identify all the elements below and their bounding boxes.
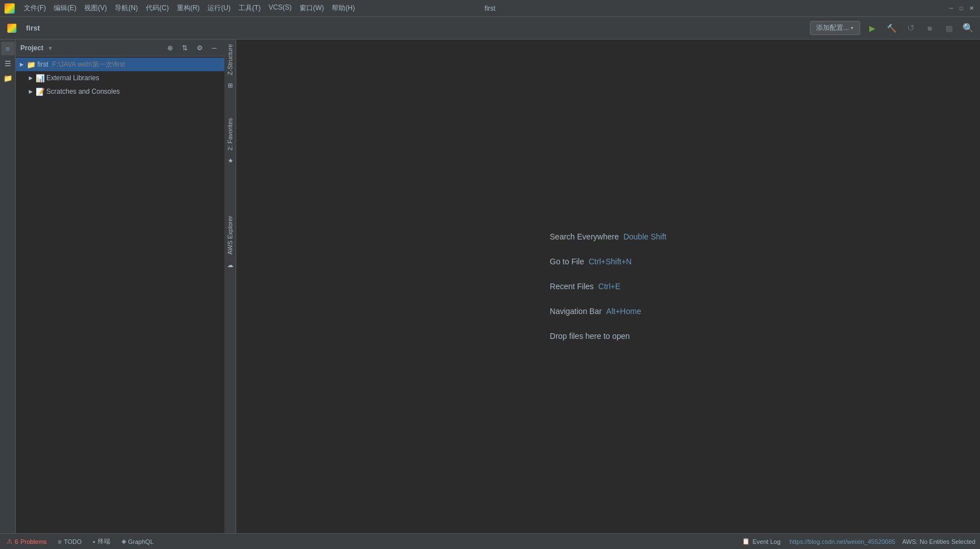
terminal-item[interactable]: ▪ 终端 bbox=[91, 536, 112, 547]
vtab-favorites[interactable]: 2: Favorites bbox=[225, 114, 236, 155]
todo-label: TODO bbox=[64, 538, 82, 545]
reload-button[interactable]: ↺ bbox=[903, 21, 918, 36]
shortcut-label-search: Search Everywhere bbox=[550, 232, 619, 241]
drop-label: Drop files here to open bbox=[550, 332, 630, 341]
status-text: AWS: No Entities Selected bbox=[902, 538, 975, 545]
todo-item[interactable]: ≡ TODO bbox=[56, 537, 84, 546]
search-everywhere-button[interactable]: 🔍 bbox=[961, 21, 975, 36]
graphql-icon: ◈ bbox=[122, 538, 126, 545]
folder-icon-first: 📁 bbox=[27, 60, 36, 69]
drop-label-row: Drop files here to open bbox=[550, 332, 666, 341]
problems-item[interactable]: ⚠ 6 Problems bbox=[5, 537, 49, 546]
tree-label-first-path: F:\JAVA web\第一次\first bbox=[52, 60, 125, 69]
vtab-favorites-label: 2: Favorites bbox=[227, 118, 233, 150]
panel-settings-button[interactable]: ⚙ bbox=[194, 42, 205, 54]
panel-title-chevron[interactable]: ▼ bbox=[47, 45, 53, 51]
build-button[interactable]: 🔨 bbox=[884, 21, 899, 36]
tree-arrow-libs: ▶ bbox=[27, 75, 34, 81]
menu-nav[interactable]: 导航(N) bbox=[111, 2, 141, 14]
panel-globe-button[interactable]: ⊕ bbox=[164, 42, 176, 54]
vtab-structure[interactable]: Z-Structure bbox=[225, 40, 236, 80]
problems-label: Problems bbox=[20, 538, 46, 545]
sidebar-icon-structure[interactable]: ☰ bbox=[1, 56, 15, 70]
coverage-button[interactable]: ▦ bbox=[942, 21, 956, 36]
shortcut-row-recent: Recent Files Ctrl+E bbox=[550, 282, 666, 291]
vtab-structure-icon[interactable]: ⊞ bbox=[225, 80, 236, 91]
vertical-tab-panel: Z-Structure ⊞ 2: Favorites ★ AWS Explore… bbox=[225, 40, 236, 533]
shortcut-key-nav: Alt+Home bbox=[606, 307, 641, 316]
menu-view[interactable]: 视图(V) bbox=[81, 2, 110, 14]
vtab-favorites-icon[interactable]: ★ bbox=[225, 155, 236, 166]
tree-label-first: first bbox=[37, 60, 48, 68]
menu-window[interactable]: 窗口(W) bbox=[296, 2, 327, 14]
title-bar-right: ─ □ ✕ bbox=[947, 5, 975, 12]
toolbar-logo bbox=[5, 21, 19, 36]
minimize-button[interactable]: ─ bbox=[947, 5, 955, 12]
todo-icon: ≡ bbox=[58, 538, 62, 545]
menu-help[interactable]: 帮助(H) bbox=[328, 2, 358, 14]
menu-edit[interactable]: 编辑(E) bbox=[50, 2, 80, 14]
shortcut-label-goto: Go to File bbox=[550, 257, 584, 266]
shortcut-row-goto: Go to File Ctrl+Shift+N bbox=[550, 257, 666, 266]
terminal-label: 终端 bbox=[98, 537, 110, 546]
shortcut-label-recent: Recent Files bbox=[550, 282, 594, 291]
event-log-icon: 📋 bbox=[742, 538, 750, 545]
window-title: first bbox=[484, 5, 495, 12]
status-url: https://blog.csdn.net/weixin_45520085 bbox=[790, 538, 895, 545]
scratch-icon: 📝 bbox=[36, 88, 45, 96]
panel-collapse-button[interactable]: ⇅ bbox=[179, 42, 190, 54]
library-icon: 📊 bbox=[36, 74, 45, 82]
menu-code[interactable]: 代码(C) bbox=[142, 2, 172, 14]
sidebar-icons: ≡ ☰ 📁 bbox=[0, 40, 16, 533]
sidebar-icon-files[interactable]: 📁 bbox=[1, 71, 15, 85]
event-log-item[interactable]: 📋 Event Log bbox=[740, 537, 783, 546]
shortcut-key-recent: Ctrl+E bbox=[599, 282, 621, 291]
menu-vcs[interactable]: VCS(S) bbox=[265, 2, 295, 14]
vtab-aws-icon[interactable]: ☁ bbox=[225, 259, 236, 271]
shortcut-row-nav: Navigation Bar Alt+Home bbox=[550, 307, 666, 316]
menu-tools[interactable]: 工具(T) bbox=[235, 2, 264, 14]
menu-file[interactable]: 文件(F) bbox=[20, 2, 49, 14]
main-toolbar: first 添加配置... ▶ 🔨 ↺ ■ ▦ 🔍 bbox=[0, 17, 980, 40]
tree-label-external-libs: External Libraries bbox=[46, 74, 99, 82]
project-panel: Project ▼ ⊕ ⇅ ⚙ ─ ▶ 📁 first F:\JAVA web\… bbox=[16, 40, 225, 533]
close-button[interactable]: ✕ bbox=[968, 5, 975, 12]
menu-run[interactable]: 运行(U) bbox=[204, 2, 234, 14]
tree-item-first[interactable]: ▶ 📁 first F:\JAVA web\第一次\first bbox=[16, 58, 224, 71]
app-icon bbox=[5, 3, 15, 14]
problems-count: 6 bbox=[15, 538, 18, 545]
shortcut-label-nav: Navigation Bar bbox=[550, 307, 602, 316]
tree-arrow-first: ▶ bbox=[18, 61, 25, 68]
title-bar-left: 文件(F) 编辑(E) 视图(V) 导航(N) 代码(C) 重构(R) 运行(U… bbox=[5, 2, 358, 14]
panel-close-button[interactable]: ─ bbox=[209, 42, 220, 54]
problems-icon: ⚠ bbox=[7, 538, 12, 545]
welcome-content: Search Everywhere Double Shift Go to Fil… bbox=[550, 232, 666, 341]
sidebar-icon-project[interactable]: ≡ bbox=[1, 42, 15, 55]
menu-refactor[interactable]: 重构(R) bbox=[174, 2, 203, 14]
menu-bar: 文件(F) 编辑(E) 视图(V) 导航(N) 代码(C) 重构(R) 运行(U… bbox=[20, 2, 358, 14]
add-config-button[interactable]: 添加配置... bbox=[810, 21, 860, 35]
project-title: first bbox=[26, 24, 40, 32]
stop-button[interactable]: ■ bbox=[922, 21, 937, 36]
panel-title: Project ▼ bbox=[20, 44, 161, 52]
tree-item-scratches[interactable]: ▶ 📝 Scratches and Consoles bbox=[16, 85, 224, 98]
terminal-icon: ▪ bbox=[93, 538, 96, 545]
app-body: ≡ ☰ 📁 Project ▼ ⊕ ⇅ ⚙ ─ ▶ 📁 first F:\JAV… bbox=[0, 40, 980, 533]
panel-content: ▶ 📁 first F:\JAVA web\第一次\first ▶ 📊 Exte… bbox=[16, 56, 224, 533]
tree-label-scratches: Scratches and Consoles bbox=[46, 88, 120, 95]
shortcut-key-search: Double Shift bbox=[623, 232, 666, 241]
shortcut-key-goto: Ctrl+Shift+N bbox=[588, 257, 631, 266]
editor-area: Search Everywhere Double Shift Go to Fil… bbox=[236, 40, 980, 533]
graphql-label: GraphQL bbox=[128, 538, 154, 545]
status-bar: ⚠ 6 Problems ≡ TODO ▪ 终端 ◈ GraphQL 📋 Eve… bbox=[0, 533, 980, 549]
vtab-aws-label: AWS Explorer bbox=[227, 216, 233, 255]
graphql-item[interactable]: ◈ GraphQL bbox=[119, 537, 156, 546]
panel-header: Project ▼ ⊕ ⇅ ⚙ ─ bbox=[16, 40, 224, 56]
vtab-aws[interactable]: AWS Explorer bbox=[225, 211, 236, 259]
vtab-structure-label: Z-Structure bbox=[227, 44, 233, 75]
run-button[interactable]: ▶ bbox=[865, 21, 879, 36]
maximize-button[interactable]: □ bbox=[957, 5, 965, 12]
tree-item-external-libs[interactable]: ▶ 📊 External Libraries bbox=[16, 71, 224, 85]
panel-title-text: Project bbox=[20, 44, 44, 52]
event-log-label: Event Log bbox=[752, 538, 780, 545]
